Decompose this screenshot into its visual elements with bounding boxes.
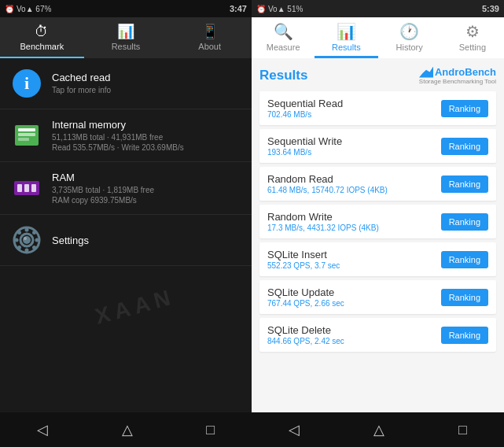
logo-sub: Storage Benchmarking Tool [419,78,496,85]
list-item-internal-memory[interactable]: Internal memory 51,113MB total · 41,931M… [0,109,252,162]
result-row-sequential-read: Sequential Read 702.46 MB/s Ranking [259,91,496,125]
right-content: Results AndroBench Storage Benchmarking … [252,58,504,412]
results-icon-left: 📊 [117,23,134,40]
cached-read-icon: i [11,68,42,99]
random-read-info: Random Read 61.48 MB/s, 15740.72 IOPS (4… [267,173,388,194]
left-tab-about[interactable]: 📱 About [167,17,252,58]
ranking-button-random-read[interactable]: Ranking [441,175,488,193]
internal-memory-sub2: Read 535.57MB/s · Write 203.69MB/s [52,143,184,152]
ranking-button-sqlite-update[interactable]: Ranking [441,289,488,306]
sqlite-update-name: SQLite Update [267,286,344,298]
right-tabs: 🔍 Measure 📊 Results 🕐 History ⚙ Setting [252,17,504,58]
svg-rect-5 [18,138,29,141]
tab-history[interactable]: 🕐 History [378,17,441,58]
ranking-button-random-write[interactable]: Ranking [441,213,488,231]
ranking-button-sqlite-insert[interactable]: Ranking [441,251,488,268]
left-status-icons: Vo▲ 67% [17,5,51,13]
logo-top: AndroBench [419,66,496,78]
logo-bar-chart-icon [419,67,433,78]
cached-read-sub: Tap for more info [52,85,111,96]
settings-icon [11,224,42,256]
ranking-button-sequential-write[interactable]: Ranking [441,138,488,155]
svg-point-20 [23,236,31,244]
svg-point-13 [25,249,29,253]
left-bottom-nav: ◁ △ □ [0,412,252,447]
result-row-sqlite-update: SQLite Update 767.44 QPS, 2.66 sec Ranki… [259,280,496,314]
left-tab-about-label: About [198,42,221,51]
sqlite-update-info: SQLite Update 767.44 QPS, 2.66 sec [267,286,344,308]
svg-rect-9 [31,184,36,192]
right-status-left: ⏰ Vo▲ 51% [256,5,303,13]
sequential-write-name: Sequential Write [267,135,342,147]
sequential-read-name: Sequential Read [267,98,343,109]
random-write-value: 17.3 MB/s, 4431.32 IOPS (4KB) [267,224,379,232]
right-back-button[interactable]: ◁ [289,421,300,438]
left-tab-benchmark-label: Benchmark [20,42,64,51]
left-time: 3:47 [230,4,247,13]
random-write-info: Random Write 17.3 MB/s, 4431.32 IOPS (4K… [267,211,379,232]
sequential-read-value: 702.46 MB/s [267,110,343,119]
tab-measure-label: Measure [267,42,300,52]
left-tab-results-label: Results [112,42,141,51]
left-tab-results[interactable]: 📊 Results [84,17,168,58]
sqlite-insert-name: SQLite Insert [267,249,340,260]
ranking-button-sequential-read[interactable]: Ranking [441,100,488,117]
left-content: i Cached read Tap for more info Internal… [0,58,252,412]
sqlite-update-value: 767.44 QPS, 2.66 sec [267,299,344,308]
internal-memory-text: Internal memory 51,113MB total · 41,931M… [52,119,184,152]
svg-point-15 [35,238,39,242]
svg-rect-3 [18,128,35,131]
right-alarm-icon: ⏰ [256,5,266,13]
svg-rect-8 [24,184,29,192]
cached-read-title: Cached read [52,72,111,83]
svg-point-12 [25,228,29,232]
list-item-ram[interactable]: RAM 3,735MB total · 1,819MB free RAM cop… [0,162,252,215]
left-tabs: ⏱ Benchmark 📊 Results 📱 About [0,17,252,58]
internal-memory-icon [11,120,42,151]
left-back-button[interactable]: ◁ [37,421,48,438]
right-home-button[interactable]: △ [373,421,384,438]
sqlite-insert-value: 552.23 QPS, 3.7 sec [267,261,340,270]
ram-sub: 3,735MB total · 1,819MB free [52,185,154,196]
tab-setting[interactable]: ⚙ Setting [441,17,504,58]
settings-title: Settings [52,235,89,246]
list-item-cached-read[interactable]: i Cached read Tap for more info [0,58,252,109]
random-read-value: 61.48 MB/s, 15740.72 IOPS (4KB) [267,186,388,194]
tab-measure[interactable]: 🔍 Measure [252,17,315,58]
about-icon: 📱 [201,23,219,40]
right-time: 5:39 [482,4,499,13]
result-row-sequential-write: Sequential Write 193.64 MB/s Ranking [259,129,496,163]
results-title: Results [259,68,307,83]
left-alarm-icon: ⏰ [5,5,14,13]
result-row-random-read: Random Read 61.48 MB/s, 15740.72 IOPS (4… [259,167,496,201]
logo-name1: Andro [435,66,465,78]
left-tab-benchmark[interactable]: ⏱ Benchmark [0,17,84,58]
ram-sub2: RAM copy 6939.75MB/s [52,196,154,205]
sqlite-delete-info: SQLite Delete 844.66 QPS, 2.42 sec [267,324,344,345]
sequential-write-value: 193.64 MB/s [267,148,342,157]
left-home-button[interactable]: △ [122,421,133,438]
results-header: Results AndroBench Storage Benchmarking … [259,58,496,91]
right-bottom-nav: ◁ △ □ [252,412,504,447]
left-status-bar: ⏰ Vo▲ 67% 3:47 [0,0,252,17]
right-status-bar: ⏰ Vo▲ 51% 5:39 [252,0,504,17]
tab-results-label: Results [332,42,361,52]
ranking-button-sqlite-delete[interactable]: Ranking [441,327,488,344]
ram-title: RAM [52,172,154,183]
svg-point-17 [32,246,36,249]
sqlite-delete-value: 844.66 QPS, 2.42 sec [267,337,344,345]
ram-icon [11,172,42,204]
left-recents-button[interactable]: □ [206,422,215,438]
cached-read-text: Cached read Tap for more info [52,72,111,96]
list-item-settings[interactable]: Settings [0,215,252,266]
svg-rect-7 [17,184,22,192]
logo-name2: Bench [465,66,496,78]
right-recents-button[interactable]: □ [458,422,467,438]
right-panel: ⏰ Vo▲ 51% 5:39 🔍 Measure 📊 Results 🕐 His… [252,0,504,447]
result-row-sqlite-delete: SQLite Delete 844.66 QPS, 2.42 sec Ranki… [259,318,496,352]
measure-icon: 🔍 [274,22,293,41]
setting-icon: ⚙ [465,22,480,41]
internal-memory-title: Internal memory [52,119,184,131]
right-status-icons: Vo▲ 51% [268,5,303,13]
tab-results[interactable]: 📊 Results [315,17,377,58]
